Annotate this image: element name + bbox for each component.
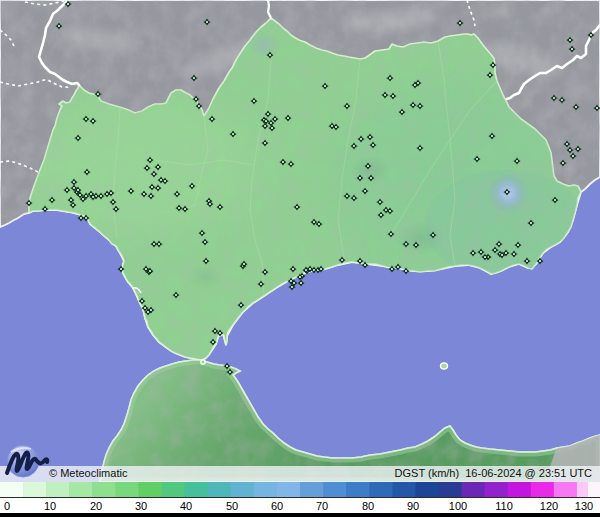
svg-text:100: 100: [449, 500, 467, 512]
svg-text:30: 30: [135, 500, 147, 512]
svg-text:80: 80: [362, 500, 374, 512]
svg-text:60: 60: [271, 500, 283, 512]
svg-text:40: 40: [180, 500, 192, 512]
svg-text:20: 20: [90, 500, 102, 512]
svg-text:10: 10: [44, 500, 56, 512]
svg-text:90: 90: [407, 500, 419, 512]
svg-text:© Meteoclimatic: © Meteoclimatic: [49, 467, 128, 479]
svg-text:0: 0: [4, 500, 10, 512]
svg-text:50: 50: [226, 500, 238, 512]
svg-text:110: 110: [495, 500, 513, 512]
svg-text:120: 120: [540, 500, 558, 512]
svg-text:70: 70: [316, 500, 328, 512]
svg-text:DGST (km/h) 16-06-2024 @ 23:5: DGST (km/h) 16-06-2024 @ 23:51 UTC: [395, 467, 592, 479]
svg-text:130: 130: [575, 500, 593, 512]
